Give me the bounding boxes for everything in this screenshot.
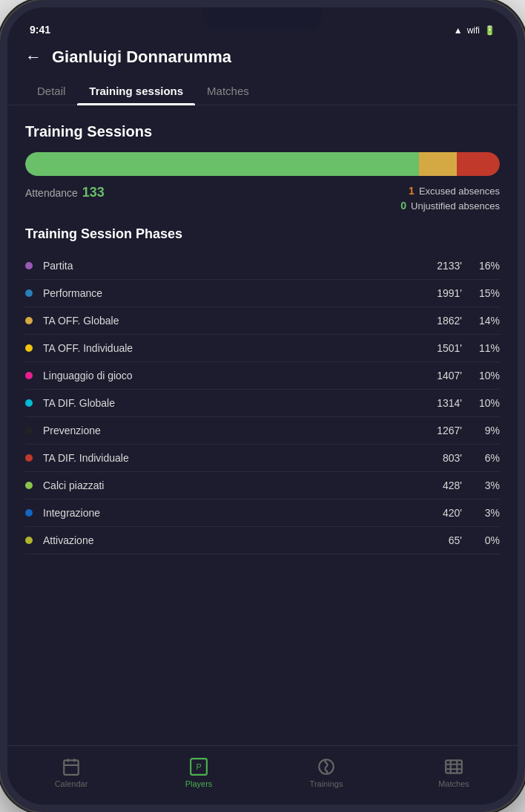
phase-row: Linguaggio di gioco 1407' 10% <box>25 362 500 390</box>
phase-dot <box>25 399 33 407</box>
phase-row: Performance 1991' 15% <box>25 280 500 307</box>
phase-pct: 15% <box>474 287 500 299</box>
stats-row: Attendance 133 1 Excused absences 0 Unju… <box>25 185 500 212</box>
signal-icon: ▲ <box>454 25 463 36</box>
bottom-nav: Calendar P Players Trainings <box>7 745 518 805</box>
svg-text:P: P <box>196 762 201 771</box>
phase-row: Calci piazzati 428' 3% <box>25 472 500 500</box>
phase-pct: 0% <box>474 534 500 546</box>
matches-icon <box>444 757 463 776</box>
phase-pct: 10% <box>474 370 500 382</box>
phase-name: Linguaggio di gioco <box>43 370 425 382</box>
phase-pct: 3% <box>474 507 500 519</box>
phase-pct: 10% <box>474 397 500 409</box>
excused-row: 1 Excused absences <box>409 185 500 197</box>
nav-calendar-label: Calendar <box>55 779 88 788</box>
calendar-icon <box>62 757 81 776</box>
tab-detail[interactable]: Detail <box>25 77 77 105</box>
header: ← Gianluigi Donnarumma <box>7 40 518 77</box>
phase-row: Partita 2133' 16% <box>25 252 500 280</box>
phase-row: Integrazione 420' 3% <box>25 500 500 527</box>
nav-matches[interactable]: Matches <box>390 757 518 788</box>
players-icon: P <box>189 757 208 776</box>
phase-time: 420' <box>425 507 462 519</box>
phases-list: Partita 2133' 16% Performance 1991' 15% … <box>25 252 500 554</box>
progress-green <box>25 152 419 176</box>
svg-rect-7 <box>446 760 462 773</box>
phase-time: 803' <box>425 452 462 464</box>
phase-dot <box>25 427 33 434</box>
phase-time: 1267' <box>425 425 462 436</box>
phase-name: Attivazione <box>43 534 425 546</box>
trainings-icon <box>317 757 336 776</box>
phase-name: Prevenzione <box>43 425 425 436</box>
phase-row: TA DIF. Individuale 803' 6% <box>25 445 500 472</box>
progress-yellow <box>419 152 457 176</box>
phase-pct: 14% <box>474 315 500 327</box>
phase-dot <box>25 482 33 489</box>
nav-players[interactable]: P Players <box>135 757 262 788</box>
attendance-label: Attendance <box>25 187 78 199</box>
svg-rect-0 <box>64 760 79 775</box>
phase-row: Prevenzione 1267' 9% <box>25 417 500 445</box>
attendance-stat: Attendance 133 <box>25 185 105 212</box>
phase-time: 1862' <box>425 315 462 327</box>
nav-matches-label: Matches <box>438 779 469 788</box>
progress-red <box>457 152 500 176</box>
phase-row: TA OFF. Individuale 1501' 11% <box>25 335 500 362</box>
phase-time: 1991' <box>425 287 462 299</box>
phase-time: 1407' <box>425 370 462 382</box>
phase-time: 2133' <box>425 260 462 272</box>
phase-dot <box>25 317 33 324</box>
nav-players-label: Players <box>185 779 213 788</box>
notch <box>203 7 322 30</box>
nav-calendar[interactable]: Calendar <box>7 757 135 788</box>
phase-dot <box>25 262 33 269</box>
phase-row: Attivazione 65' 0% <box>25 527 500 554</box>
attendance-value: 133 <box>82 185 105 200</box>
battery-icon: 🔋 <box>484 25 495 36</box>
phase-pct: 6% <box>474 452 500 464</box>
phase-dot <box>25 344 33 352</box>
phase-time: 65' <box>425 534 462 546</box>
phase-row: TA DIF. Globale 1314' 10% <box>25 390 500 417</box>
attendance-progress-bar <box>25 152 500 176</box>
phase-name: Calci piazzati <box>43 479 425 491</box>
phase-dot <box>25 372 33 379</box>
absences-stats: 1 Excused absences 0 Unjustified absence… <box>400 185 500 212</box>
status-icons: ▲ wifi 🔋 <box>454 25 495 36</box>
phase-name: Integrazione <box>43 507 425 519</box>
phase-dot <box>25 537 33 544</box>
tab-training-sessions[interactable]: Training sessions <box>77 77 195 105</box>
nav-trainings[interactable]: Trainings <box>262 757 390 788</box>
phase-row: TA OFF. Globale 1862' 14% <box>25 307 500 335</box>
player-name-title: Gianluigi Donnarumma <box>52 48 231 67</box>
phase-time: 1314' <box>425 397 462 409</box>
unjustified-row: 0 Unjustified absences <box>400 200 500 212</box>
screen: 9:41 ▲ wifi 🔋 ← Gianluigi Donnarumma Det… <box>7 7 518 805</box>
phase-time: 1501' <box>425 342 462 354</box>
tab-bar: Detail Training sessions Matches <box>7 77 518 105</box>
phase-pct: 9% <box>474 425 500 436</box>
phase-time: 428' <box>425 479 462 491</box>
status-time: 9:41 <box>30 24 50 36</box>
phone-frame: 9:41 ▲ wifi 🔋 ← Gianluigi Donnarumma Det… <box>0 0 525 812</box>
phase-pct: 3% <box>474 479 500 491</box>
excused-num: 1 <box>409 185 415 197</box>
training-sessions-title: Training Sessions <box>25 123 500 140</box>
wifi-icon: wifi <box>467 25 480 36</box>
phase-pct: 11% <box>474 342 500 354</box>
phase-name: Partita <box>43 260 425 272</box>
phase-name: TA OFF. Globale <box>43 315 425 327</box>
unjustified-label: Unjustified absences <box>411 200 500 212</box>
phase-dot <box>25 509 33 517</box>
phase-name: TA OFF. Individuale <box>43 342 425 354</box>
tab-matches[interactable]: Matches <box>195 77 261 105</box>
phase-name: TA DIF. Individuale <box>43 452 425 464</box>
phase-dot <box>25 289 33 297</box>
back-button[interactable]: ← <box>25 48 42 67</box>
nav-trainings-label: Trainings <box>310 779 343 788</box>
phase-dot <box>25 454 33 462</box>
content-area: Training Sessions Attendance 133 1 Excus… <box>7 105 518 745</box>
phase-name: Performance <box>43 287 425 299</box>
